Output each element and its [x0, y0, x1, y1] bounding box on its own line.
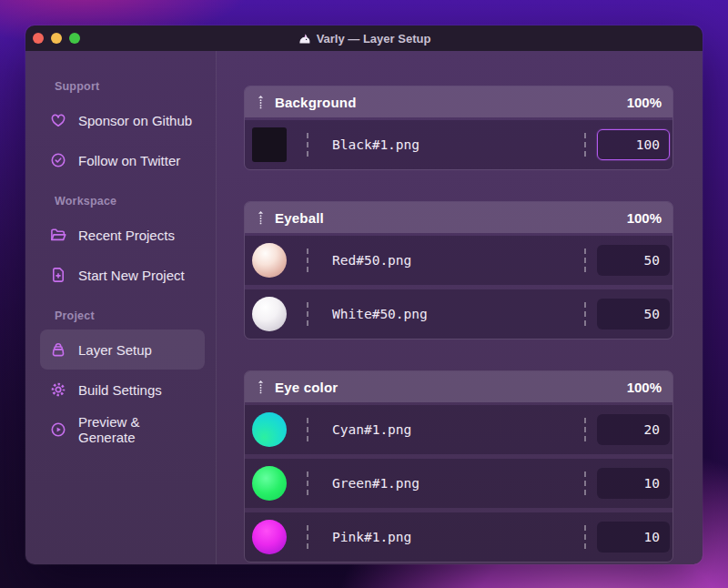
layer-rows: Red#50.pngWhite#50.png [245, 233, 672, 339]
dashed-divider-icon [584, 471, 586, 495]
layer-filename: Black#1.png [332, 137, 584, 152]
window-body: SupportSponsor on GithubFollow on Twitte… [25, 51, 703, 564]
layer-rows: Black#1.png [245, 117, 672, 169]
sidebar-item-follow-on-twitter[interactable]: Follow on Twitter [40, 140, 205, 180]
layer-group-eyeball: Eyeball100%Red#50.pngWhite#50.png [244, 201, 673, 340]
dashed-divider-icon [584, 248, 586, 272]
white-sphere-thumbnail [252, 297, 287, 331]
file-plus-icon [49, 266, 67, 284]
rarity-value-input[interactable] [597, 522, 670, 553]
play-circle-icon [49, 421, 67, 439]
dashed-divider-icon [584, 302, 586, 326]
dashed-divider-icon [307, 248, 308, 272]
sidebar-item-recent-projects[interactable]: Recent Projects [40, 215, 205, 255]
unicorn-icon [298, 32, 311, 46]
layer-row-red-50-png: Red#50.png [245, 236, 672, 285]
layer-group-header: Background100% [245, 86, 672, 117]
folder-open-icon [49, 226, 67, 244]
drag-handle-icon[interactable] [256, 380, 266, 394]
layer-row-pink-1-png: Pink#1.png [245, 512, 672, 562]
sidebar-item-layer-setup[interactable]: Layer Setup [40, 329, 205, 370]
dashed-divider-icon [584, 418, 586, 441]
layer-group-weight: 100% [627, 210, 662, 226]
layer-group-name: Eye color [275, 380, 338, 395]
sidebar-section-label: Support [55, 80, 216, 93]
sidebar-item-label: Build Settings [78, 382, 162, 398]
layer-group-weight: 100% [627, 95, 662, 110]
sidebar-item-label: Follow on Twitter [78, 153, 180, 168]
layer-row-green-1-png: Green#1.png [245, 459, 672, 508]
layer-group-name: Eyeball [275, 210, 324, 226]
minimize-button[interactable] [51, 33, 62, 44]
red-sphere-thumbnail [252, 243, 287, 278]
green-circle-thumbnail [252, 466, 287, 501]
sidebar-section-label: Workspace [55, 195, 216, 208]
dashed-divider-icon [307, 471, 308, 495]
zoom-button[interactable] [69, 33, 80, 44]
dashed-divider-icon [307, 525, 308, 549]
gear-icon [49, 380, 67, 399]
layer-filename: Green#1.png [332, 476, 584, 491]
heart-icon [49, 111, 67, 129]
sidebar-item-label: Start New Project [78, 268, 185, 283]
layer-filename: White#50.png [332, 307, 584, 321]
rarity-value-input[interactable] [597, 468, 670, 499]
layer-rows: Cyan#1.pngGreen#1.pngPink#1.png [245, 402, 672, 562]
cyan-circle-thumbnail [252, 412, 287, 447]
layer-group-weight: 100% [627, 380, 662, 395]
sidebar-item-preview-generate[interactable]: Preview & Generate [40, 410, 205, 450]
dashed-divider-icon [584, 525, 586, 549]
layer-row-cyan-1-png: Cyan#1.png [245, 405, 672, 454]
sidebar-item-label: Sponsor on Github [78, 113, 192, 128]
rarity-value-input[interactable] [597, 414, 670, 445]
sidebar: SupportSponsor on GithubFollow on Twitte… [25, 51, 217, 564]
dashed-divider-icon [307, 302, 308, 326]
sidebar-section-project: ProjectLayer SetupBuild SettingsPreview … [25, 309, 216, 450]
black-square-thumbnail [252, 127, 287, 162]
layer-list: Background100%Black#1.pngEyeball100%Red#… [217, 51, 703, 564]
sidebar-item-build-settings[interactable]: Build Settings [40, 370, 205, 410]
layer-group-background: Background100%Black#1.png [244, 86, 673, 170]
sidebar-item-sponsor-on-github[interactable]: Sponsor on Github [40, 100, 205, 140]
app-window: Varly — Layer Setup SupportSponsor on Gi… [25, 25, 703, 564]
rarity-value-input[interactable] [597, 245, 670, 276]
sidebar-item-label: Layer Setup [78, 342, 152, 358]
rarity-value-input[interactable] [597, 129, 670, 160]
sidebar-section-label: Project [55, 309, 216, 322]
layer-filename: Red#50.png [332, 253, 584, 268]
dashed-divider-icon [307, 133, 308, 157]
layer-bag-icon [49, 340, 67, 359]
drag-handle-icon[interactable] [256, 210, 266, 225]
layer-filename: Pink#1.png [332, 530, 584, 544]
window-title-text: Varly — Layer Setup [317, 32, 431, 46]
dashed-divider-icon [307, 418, 308, 441]
sidebar-item-label: Preview & Generate [78, 414, 196, 445]
layer-row-black-1-png: Black#1.png [245, 120, 672, 169]
sidebar-section-workspace: WorkspaceRecent ProjectsStart New Projec… [25, 195, 216, 295]
layer-group-eye-color: Eye color100%Cyan#1.pngGreen#1.pngPink#1… [244, 370, 673, 563]
window-title: Varly — Layer Setup [25, 32, 703, 46]
rarity-value-input[interactable] [597, 299, 670, 329]
dashed-divider-icon [584, 133, 586, 157]
titlebar[interactable]: Varly — Layer Setup [25, 25, 703, 51]
sidebar-section-support: SupportSponsor on GithubFollow on Twitte… [25, 80, 216, 180]
badge-check-icon [49, 151, 67, 169]
layer-row-white-50-png: White#50.png [245, 289, 672, 339]
layer-group-name: Background [275, 95, 357, 110]
sidebar-item-start-new-project[interactable]: Start New Project [40, 255, 205, 295]
close-button[interactable] [33, 33, 44, 44]
layer-group-header: Eye color100% [245, 371, 672, 402]
drag-handle-icon[interactable] [256, 95, 266, 109]
sidebar-item-label: Recent Projects [78, 228, 175, 243]
pink-circle-thumbnail [252, 520, 287, 554]
layer-filename: Cyan#1.png [332, 422, 584, 437]
layer-group-header: Eyeball100% [245, 202, 672, 233]
traffic-lights [33, 25, 80, 51]
